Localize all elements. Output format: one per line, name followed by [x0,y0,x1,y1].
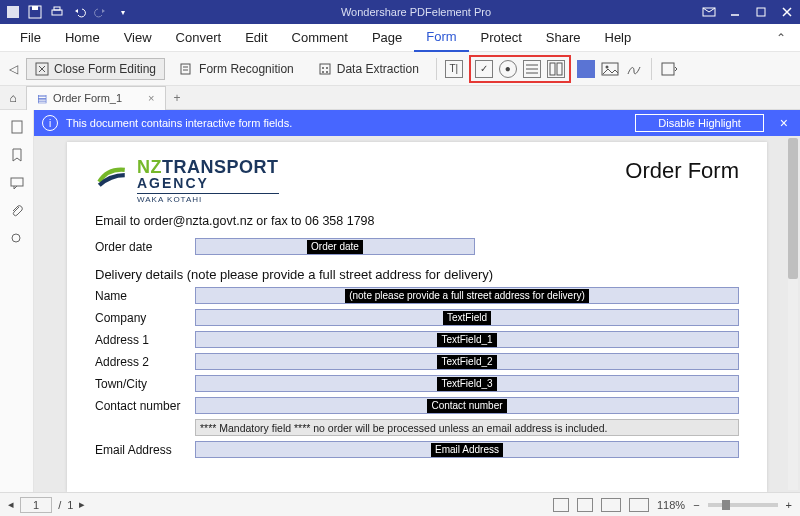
menu-share[interactable]: Share [534,24,593,52]
disable-highlight-button[interactable]: Disable Highlight [635,114,764,132]
list-tool-icon[interactable] [547,60,565,78]
bookmarks-icon[interactable] [10,148,24,162]
radio-tool-icon[interactable]: ● [499,60,517,78]
document-tab[interactable]: ▤ Order Form_1 × [26,86,166,110]
vertical-scrollbar[interactable] [788,138,798,490]
attachments-icon[interactable] [10,204,24,218]
form-recognition-icon [180,62,194,76]
data-extraction-button[interactable]: Data Extraction [309,58,428,80]
menu-file[interactable]: File [8,24,53,52]
signature-tool-icon[interactable] [625,60,643,78]
menu-edit[interactable]: Edit [233,24,279,52]
back-icon[interactable]: ◁ [6,62,20,76]
logo-agency: AGENCY [137,176,279,191]
scroll-thumb[interactable] [788,138,798,279]
info-close-icon[interactable]: × [776,115,792,131]
statusbar: ◂ 1 / 1 ▸ 118% − + [0,492,800,516]
qat-dropdown-icon[interactable]: ▾ [116,5,130,19]
doc-tab-icon: ▤ [37,92,47,105]
text-field-tool-icon[interactable]: T| [445,60,463,78]
image-tool-icon[interactable] [601,60,619,78]
form-info-bar: i This document contains interactive for… [34,110,800,136]
close-form-editing-button[interactable]: Close Form Editing [26,58,165,80]
menubar: File Home View Convert Edit Comment Page… [0,24,800,52]
view-continuous-icon[interactable] [577,498,593,512]
view-facing-icon[interactable] [601,498,621,512]
close-form-editing-label: Close Form Editing [54,62,156,76]
doc-tab-close-icon[interactable]: × [148,92,154,104]
close-icon[interactable] [780,5,794,19]
logo: NZTRANSPORT AGENCY WAKA KOTAHI [95,158,279,204]
menu-protect[interactable]: Protect [469,24,534,52]
tag-address1: TextField_1 [437,333,496,347]
combo-tool-icon[interactable] [523,60,541,78]
app-title: Wondershare PDFelement Pro [130,6,702,18]
svg-rect-4 [54,7,60,10]
checkbox-tool-icon[interactable]: ✓ [475,60,493,78]
tag-town: TextField_3 [437,377,496,391]
menu-convert[interactable]: Convert [164,24,234,52]
page-number[interactable]: 1 [20,497,52,513]
close-form-editing-icon [35,62,49,76]
view-single-icon[interactable] [553,498,569,512]
tag-address2: TextField_2 [437,355,496,369]
tag-contact: Contact number [427,399,506,413]
minimize-icon[interactable] [728,5,742,19]
view-facing-cont-icon[interactable] [629,498,649,512]
label-company: Company [95,311,189,325]
menu-view[interactable]: View [112,24,164,52]
maximize-icon[interactable] [754,5,768,19]
collapse-ribbon-icon[interactable]: ⌃ [770,31,792,45]
thumbnails-icon[interactable] [10,120,24,134]
titlebar: ▾ Wondershare PDFelement Pro [0,0,800,24]
field-town[interactable]: TextField_3 [195,375,739,392]
save-icon[interactable] [28,5,42,19]
field-name[interactable]: (note please provide a full street addre… [195,287,739,304]
document-tabstrip: ⌂ ▤ Order Form_1 × + [0,86,800,110]
field-order-date[interactable]: Order date [195,238,475,255]
button-tool-icon[interactable] [577,60,595,78]
menu-help[interactable]: Help [593,24,644,52]
undo-icon[interactable] [72,5,86,19]
zoom-thumb[interactable] [722,500,730,510]
menu-comment[interactable]: Comment [280,24,360,52]
page-next-icon[interactable]: ▸ [79,498,85,511]
label-address2: Address 2 [95,355,189,369]
add-tab-icon[interactable]: + [166,91,189,105]
menu-page[interactable]: Page [360,24,414,52]
field-company[interactable]: TextField [195,309,739,326]
doc-tab-label: Order Form_1 [53,92,122,104]
svg-rect-20 [550,63,555,75]
svg-point-14 [326,67,328,69]
menu-home[interactable]: Home [53,24,112,52]
zoom-out-icon[interactable]: − [693,499,699,511]
field-email[interactable]: Email Address [195,441,739,458]
label-town: Town/City [95,377,189,391]
zoom-slider[interactable] [708,503,778,507]
home-tab-icon[interactable]: ⌂ [0,91,26,105]
mail-icon[interactable] [702,5,716,19]
form-recognition-button[interactable]: Form Recognition [171,58,303,80]
print-icon[interactable] [50,5,64,19]
menu-form[interactable]: Form [414,24,468,52]
svg-rect-25 [12,121,22,133]
page-prev-icon[interactable]: ◂ [8,498,14,511]
field-contact[interactable]: Contact number [195,397,739,414]
comments-icon[interactable] [10,176,24,190]
field-address1[interactable]: TextField_1 [195,331,739,348]
intro-text: Email to order@nzta.govt.nz or fax to 06… [95,214,739,228]
svg-rect-0 [7,6,19,18]
svg-rect-21 [557,63,562,75]
redo-icon[interactable] [94,5,108,19]
search-panel-icon[interactable] [10,232,24,246]
page-viewport[interactable]: NZTRANSPORT AGENCY WAKA KOTAHI Order For… [34,136,800,492]
form-tools-highlight: ✓ ● [469,55,571,83]
form-toolbar: ◁ Close Form Editing Form Recognition Da… [0,52,800,86]
page-total: 1 [67,499,73,511]
label-contact: Contact number [95,399,189,413]
svg-rect-26 [11,178,23,186]
zoom-in-icon[interactable]: + [786,499,792,511]
field-address2[interactable]: TextField_2 [195,353,739,370]
svg-point-27 [12,234,20,242]
more-tool-icon[interactable] [660,60,678,78]
